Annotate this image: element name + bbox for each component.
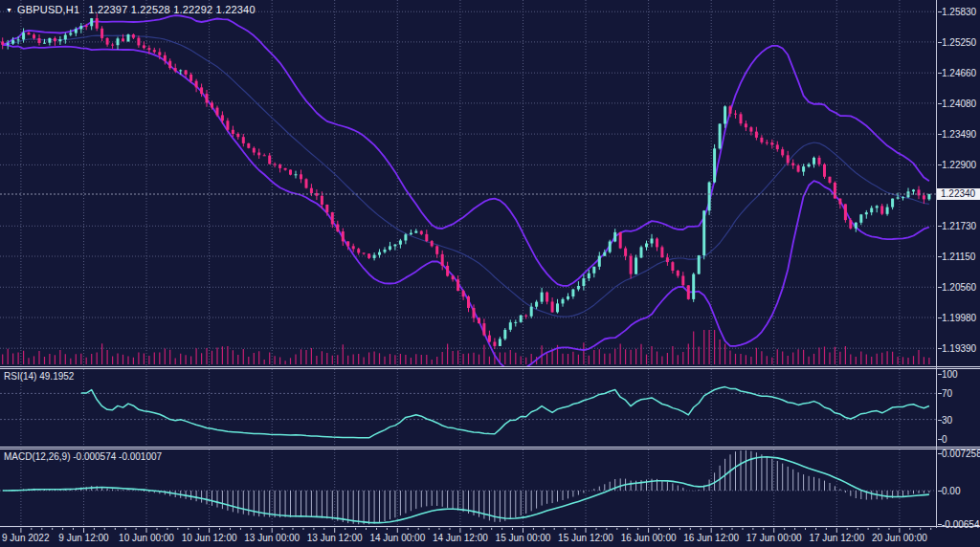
chart-window: ▼ GBPUSD,H1 1.22397 1.22528 1.22292 1.22…: [0, 0, 980, 547]
axis-tickmark: [938, 491, 942, 492]
symbol-dropdown-icon[interactable]: ▼: [6, 7, 12, 13]
time-tick-label: 20 Jun 00:00: [857, 533, 943, 543]
price-tick-label: 1.20560: [942, 282, 976, 293]
axis-tickmark: [938, 226, 942, 227]
axis-tickmark: [938, 393, 942, 394]
price-axis[interactable]: 1.258301.252501.246601.240801.234901.229…: [937, 0, 980, 528]
axis-tickmark: [938, 134, 942, 135]
price-tick-label: 1.25830: [942, 7, 976, 17]
price-tick-label: 1.22900: [942, 160, 976, 170]
axis-tickmark: [938, 374, 942, 375]
macd-label: MACD(12,26,9) -0.000574 -0.001007: [4, 451, 162, 462]
price-tick-label: 1.21730: [942, 221, 976, 231]
axis-tickmark: [938, 420, 942, 421]
axis-tickmark: [938, 73, 942, 74]
rsi-tick-label: 100: [942, 369, 958, 380]
panel-separator: [0, 366, 980, 369]
rsi-label: RSI(14) 49.1952: [4, 371, 74, 382]
price-tick-label: 1.24660: [942, 68, 976, 78]
price-tick-label: 1.19980: [942, 313, 976, 323]
time-axis[interactable]: 9 Jun 20229 Jun 12:0010 Jun 00:0010 Jun …: [0, 528, 980, 547]
rsi-tick-label: 30: [942, 415, 952, 426]
axis-tickmark: [938, 524, 942, 525]
panel-separator: [0, 447, 980, 449]
axis-tickmark: [938, 164, 942, 165]
rsi-canvas[interactable]: [0, 369, 936, 447]
axis-tickmark: [938, 453, 942, 454]
macd-tick-label: 0.007258: [942, 449, 980, 459]
ohlc-readout: 1.22397 1.22528 1.22292 1.22340: [88, 4, 255, 15]
main-chart-canvas[interactable]: [0, 0, 936, 366]
rsi-tick-label: 0: [942, 434, 947, 445]
axis-tickmark: [938, 256, 942, 257]
current-price-label: 1.22340: [937, 188, 980, 200]
axis-tickmark: [938, 11, 942, 12]
symbol-label: GBPUSD,H1: [17, 4, 79, 15]
axis-tickmark: [938, 439, 942, 440]
price-tick-label: 1.24080: [942, 98, 976, 109]
price-tick-label: 1.21150: [942, 252, 975, 262]
axis-tickmark: [938, 42, 942, 43]
macd-tick-label: 0.00: [942, 486, 960, 496]
price-tick-label: 1.19390: [942, 343, 976, 354]
axis-tickmark: [938, 287, 942, 288]
price-tick-label: 1.23490: [942, 129, 976, 140]
chart-title: ▼ GBPUSD,H1 1.22397 1.22528 1.22292 1.22…: [6, 4, 256, 15]
axis-tickmark: [938, 317, 942, 318]
axis-tickmark: [938, 348, 942, 349]
axis-tickmark: [938, 103, 942, 104]
rsi-tick-label: 70: [942, 388, 952, 399]
price-tick-label: 1.25250: [942, 37, 976, 48]
